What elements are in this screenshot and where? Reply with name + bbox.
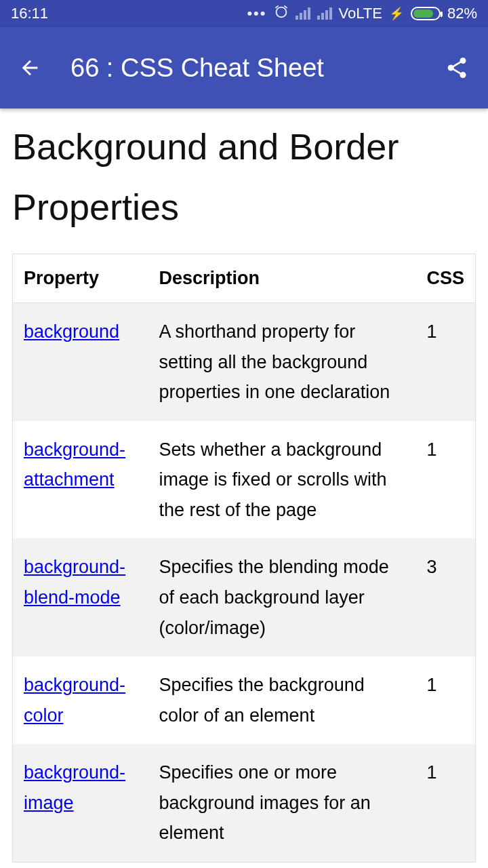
properties-table: Property Description CSS background A sh… <box>12 254 476 863</box>
property-css-version: 1 <box>415 303 475 421</box>
property-description: Specifies the blending mode of each back… <box>148 538 416 656</box>
app-bar: 66 : CSS Cheat Sheet <box>0 27 488 108</box>
header-description: Description <box>148 254 416 303</box>
alarm-icon <box>274 4 289 23</box>
app-bar-title: 66 : CSS Cheat Sheet <box>70 54 442 83</box>
header-css: CSS <box>415 254 475 303</box>
table-row: background-blend-mode Specifies the blen… <box>13 538 476 656</box>
property-description: Specifies the background color of an ele… <box>148 656 416 744</box>
table-row: background A shorthand property for sett… <box>13 303 476 421</box>
battery-percent: 82% <box>447 5 477 22</box>
content-area: Background and Border Properties Propert… <box>0 108 488 868</box>
volte-label: VoLTE <box>339 5 382 22</box>
property-link[interactable]: background-color <box>24 675 125 726</box>
signal-bars-icon <box>296 7 310 20</box>
property-link[interactable]: background-blend-mode <box>24 557 125 608</box>
back-button[interactable] <box>16 54 43 81</box>
property-css-version: 1 <box>415 744 475 862</box>
status-bar: 16:11 ••• VoLTE ⚡ 82% <box>0 0 488 27</box>
status-time: 16:11 <box>11 5 48 22</box>
table-header-row: Property Description CSS <box>13 254 476 303</box>
property-css-version: 3 <box>415 538 475 656</box>
property-description: Specifies one or more background images … <box>148 744 416 862</box>
more-dots-icon: ••• <box>247 5 266 22</box>
property-css-version: 1 <box>415 656 475 744</box>
table-row: background-color Specifies the backgroun… <box>13 656 476 744</box>
charging-icon: ⚡ <box>389 6 404 21</box>
page-heading: Background and Border Properties <box>12 117 476 237</box>
signal-bars-icon-2 <box>317 7 332 20</box>
property-description: Sets whether a background image is fixed… <box>148 421 416 539</box>
property-description: A shorthand property for setting all the… <box>148 303 416 421</box>
table-row: background-attachment Sets whether a bac… <box>13 421 476 539</box>
property-link[interactable]: background <box>24 321 119 342</box>
table-row: background-image Specifies one or more b… <box>13 744 476 862</box>
property-link[interactable]: background-attachment <box>24 439 125 490</box>
property-link[interactable]: background-image <box>24 762 125 813</box>
property-css-version: 1 <box>415 421 475 539</box>
battery-icon <box>411 7 441 20</box>
header-property: Property <box>13 254 148 303</box>
share-button[interactable] <box>442 53 472 83</box>
